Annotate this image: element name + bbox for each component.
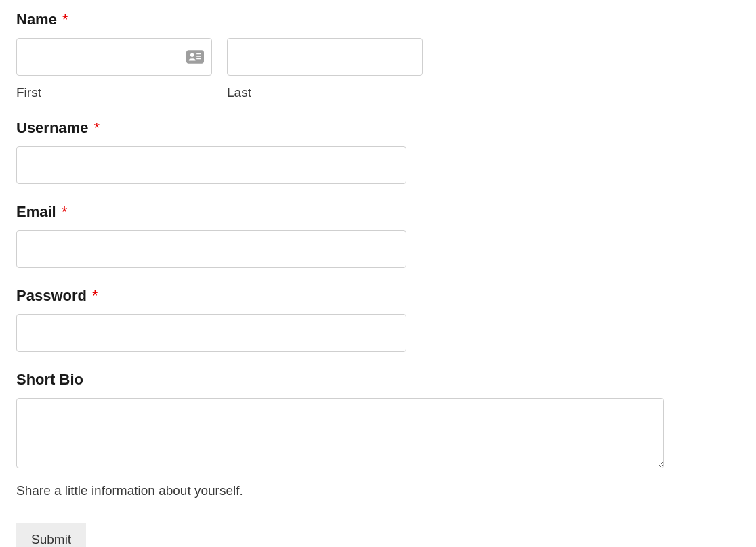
password-label-text: Password [16, 287, 87, 304]
name-label-text: Name [16, 11, 57, 28]
last-name-wrap [227, 38, 423, 76]
name-label: Name * [16, 11, 740, 28]
last-name-sublabel: Last [227, 85, 423, 100]
bio-label-text: Short Bio [16, 371, 83, 388]
username-group: Username * [16, 119, 740, 184]
bio-label: Short Bio [16, 371, 740, 389]
last-name-input[interactable] [227, 38, 423, 76]
password-wrap [16, 314, 406, 352]
name-group: Name * First Last [16, 11, 740, 100]
username-wrap [16, 146, 406, 184]
username-label: Username * [16, 119, 740, 137]
username-required-mark: * [94, 119, 100, 136]
email-required-mark: * [62, 203, 68, 220]
first-name-col: First [16, 38, 212, 100]
password-required-mark: * [92, 287, 98, 304]
email-group: Email * [16, 203, 740, 268]
email-label-text: Email [16, 203, 56, 220]
bio-textarea[interactable] [16, 398, 664, 468]
name-required-mark: * [62, 11, 68, 28]
first-name-input[interactable] [16, 38, 212, 76]
name-row: First Last [16, 38, 423, 100]
email-label: Email * [16, 203, 740, 221]
email-wrap [16, 230, 406, 268]
profile-form: Name * First Last Use [16, 11, 740, 547]
first-name-wrap [16, 38, 212, 76]
password-input[interactable] [16, 314, 406, 352]
email-input[interactable] [16, 230, 406, 268]
password-label: Password * [16, 287, 740, 305]
first-name-sublabel: First [16, 85, 212, 100]
username-input[interactable] [16, 146, 406, 184]
bio-wrap [16, 398, 664, 471]
submit-button[interactable]: Submit [16, 523, 86, 547]
bio-group: Short Bio Share a little information abo… [16, 371, 740, 498]
password-group: Password * [16, 287, 740, 352]
username-label-text: Username [16, 119, 88, 136]
bio-help-text: Share a little information about yoursel… [16, 483, 740, 498]
last-name-col: Last [227, 38, 423, 100]
